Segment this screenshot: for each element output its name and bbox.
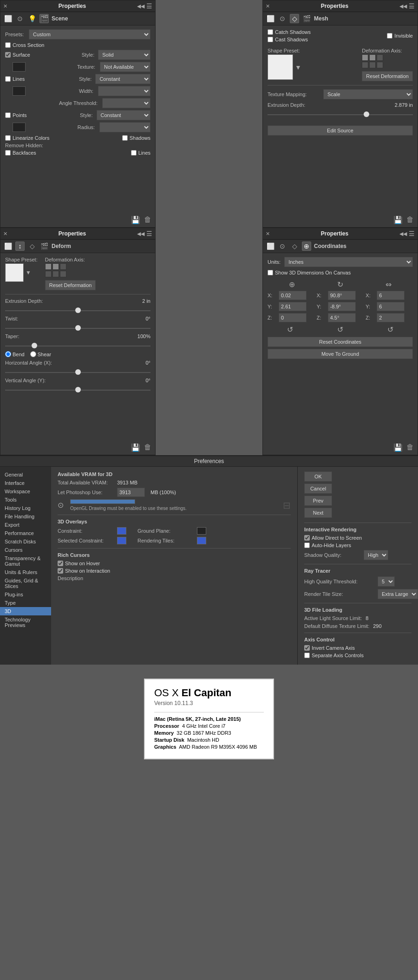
rendering-tiles-swatch[interactable] (197, 537, 206, 544)
sidebar-units[interactable]: Units & Rulers (0, 568, 51, 576)
sidebar-tools[interactable]: Tools (0, 496, 51, 504)
style-dropdown[interactable]: Solid (98, 50, 150, 60)
deform-cell-4[interactable] (362, 62, 368, 68)
allow-direct-checkbox[interactable] (304, 535, 310, 541)
tab-icon-light[interactable]: 💡 (27, 14, 37, 23)
lines2-checkbox[interactable] (131, 150, 137, 156)
texture-dropdown[interactable]: Not Available (100, 62, 150, 72)
cross-section-checkbox[interactable] (5, 42, 11, 48)
units-dropdown[interactable]: Inches (284, 257, 413, 267)
y-rot-input[interactable] (328, 302, 356, 311)
constraint-swatch[interactable] (117, 527, 126, 535)
show-3d-checkbox[interactable] (268, 270, 273, 275)
tab-icon-render-2[interactable]: ⬜ (266, 14, 275, 23)
close-icon[interactable]: ✕ (3, 3, 7, 9)
expand-icon[interactable]: ◀◀ (137, 3, 144, 9)
angle-threshold-dropdown[interactable] (102, 98, 150, 108)
tab-icon-material-4[interactable]: ⊙ (278, 242, 287, 251)
deform-cell-3[interactable] (377, 54, 383, 61)
tab-icon-mesh[interactable]: ◇ (290, 14, 299, 23)
sidebar-export[interactable]: Export (0, 521, 51, 529)
points-style-dropdown[interactable]: Constant (97, 110, 150, 120)
sidebar-transparency[interactable]: Transparency & Gamut (0, 554, 51, 568)
move-to-ground-btn[interactable]: Move To Ground (268, 349, 413, 359)
expand-icon-2[interactable]: ◀◀ (399, 3, 407, 9)
deform-cell-3-4[interactable] (45, 271, 52, 277)
twist-slider[interactable] (5, 324, 150, 332)
auto-hide-checkbox[interactable] (304, 542, 310, 548)
deform-cell-5[interactable] (369, 62, 376, 68)
menu-icon-4[interactable]: ☰ (409, 230, 415, 237)
tab-icon-scene-2[interactable]: 🎬 (302, 14, 311, 23)
reset-coordinates-btn[interactable]: Reset Coordinates (268, 337, 413, 347)
surface-checkbox[interactable] (5, 52, 11, 58)
invert-camera-checkbox[interactable] (304, 645, 310, 651)
deform-cell-3-2[interactable] (52, 263, 59, 270)
sidebar-performance[interactable]: Performance (0, 529, 51, 537)
menu-icon-3[interactable]: ☰ (146, 230, 152, 237)
tab-icon-mesh-3[interactable]: ◇ (27, 242, 37, 251)
cancel-btn[interactable]: Cancel (304, 483, 332, 494)
lines-color-box[interactable] (13, 86, 26, 96)
deform-cell-3-1[interactable] (45, 263, 52, 270)
sidebar-plugins[interactable]: Plug-ins (0, 590, 51, 599)
taper-slider[interactable] (5, 342, 150, 349)
sidebar-general[interactable]: General (0, 470, 51, 479)
catch-shadows-checkbox[interactable] (268, 29, 273, 35)
delete-icon-3[interactable]: 🗑 (144, 443, 151, 452)
sidebar-cursors[interactable]: Cursors (0, 546, 51, 554)
z-pos-input[interactable] (279, 313, 307, 322)
sidebar-workspace[interactable]: Workspace (0, 487, 51, 496)
show-on-hover-checkbox[interactable] (58, 561, 63, 566)
points-color-box[interactable] (13, 123, 26, 132)
tab-icon-mesh-4[interactable]: ◇ (290, 242, 299, 251)
z-scale-input[interactable] (377, 313, 405, 322)
delete-icon-2[interactable]: 🗑 (406, 216, 414, 224)
radius-dropdown[interactable] (99, 122, 150, 132)
drag-handle[interactable]: ⊟ (283, 500, 291, 511)
shear-radio[interactable] (30, 351, 36, 357)
invisible-checkbox[interactable] (387, 33, 392, 39)
tab-icon-render-3[interactable]: ⬜ (3, 242, 13, 251)
ok-btn[interactable]: OK (304, 471, 332, 482)
x-scale-input[interactable] (377, 291, 405, 300)
delete-icon[interactable]: 🗑 (144, 216, 151, 224)
shadow-quality-dropdown[interactable]: High (364, 550, 388, 560)
lines-style-dropdown[interactable]: Constant (95, 74, 150, 84)
reset-deformation-btn[interactable]: Reset Deformation (362, 71, 413, 81)
shape-preset-arrow[interactable]: ▼ (295, 64, 301, 71)
save-icon-4[interactable]: 💾 (393, 443, 403, 452)
deform-cell-3-5[interactable] (52, 271, 59, 277)
extrusion-slider[interactable] (268, 111, 413, 118)
sidebar-scratch-disks[interactable]: Scratch Disks (0, 537, 51, 546)
close-icon-4[interactable]: ✕ (266, 231, 270, 237)
tab-icon-render[interactable]: ⬜ (3, 14, 13, 23)
presets-dropdown[interactable]: Custom (29, 29, 150, 39)
separate-axis-checkbox[interactable] (304, 653, 310, 658)
render-tile-size-dropdown[interactable]: Extra Large (378, 589, 418, 599)
sidebar-history-log[interactable]: History Log (0, 504, 51, 512)
extrusion-slider-3[interactable] (5, 307, 150, 314)
deform-cell-3-3[interactable] (60, 263, 66, 270)
delete-icon-4[interactable]: 🗑 (406, 443, 414, 452)
vertical-angle-slider[interactable] (5, 386, 150, 393)
deform-cell-1[interactable] (362, 54, 368, 61)
close-icon-2[interactable]: ✕ (266, 3, 270, 9)
high-quality-threshold-dropdown[interactable]: 5 (378, 576, 395, 587)
shape-preset-small[interactable] (5, 263, 24, 282)
reset-deformation-btn-3[interactable]: Reset Deformation (45, 280, 96, 290)
sidebar-3d[interactable]: 3D (0, 607, 51, 615)
save-icon-3[interactable]: 💾 (131, 443, 140, 452)
deform-cell-3-6[interactable] (60, 271, 66, 277)
backfaces-checkbox[interactable] (5, 150, 11, 156)
menu-icon-2[interactable]: ☰ (409, 2, 415, 10)
selected-constraint-swatch[interactable] (117, 537, 126, 544)
save-icon-2[interactable]: 💾 (393, 216, 403, 224)
width-dropdown[interactable] (98, 86, 150, 96)
next-btn[interactable]: Next (304, 508, 332, 518)
expand-icon-3[interactable]: ◀◀ (137, 231, 144, 237)
linearize-checkbox[interactable] (5, 135, 11, 141)
tab-icon-scene-3[interactable]: 🎬 (39, 242, 49, 251)
tab-icon-scene[interactable]: 🎬 (39, 14, 49, 23)
shape-preset-arrow-3[interactable]: ▼ (26, 269, 31, 276)
